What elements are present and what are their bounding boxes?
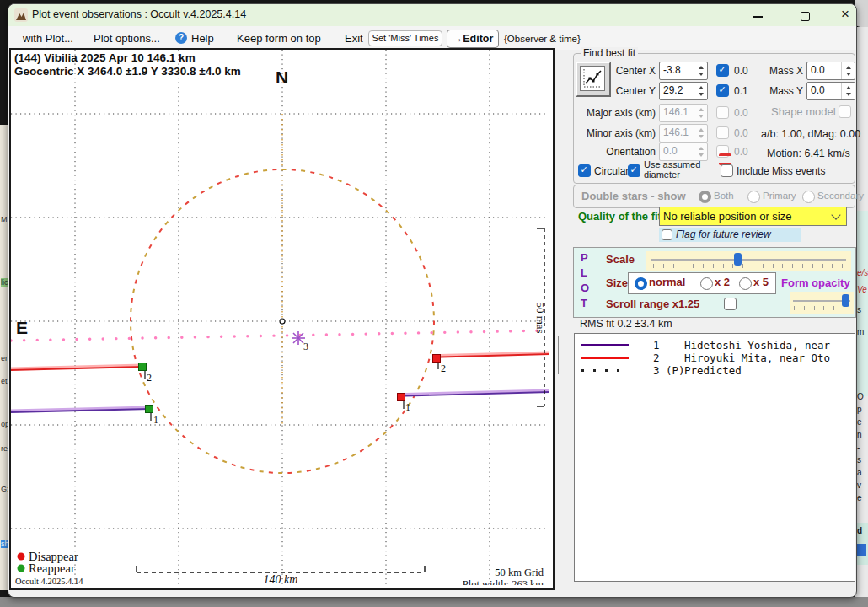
bg-fragment: - xyxy=(857,443,860,452)
observer-list[interactable]: 1 Hidetoshi Yoshida, near 2 Hiroyuki Mit… xyxy=(574,333,855,582)
minor-axis-arrows xyxy=(694,125,707,142)
close-icon[interactable]: × xyxy=(841,6,849,23)
menu-keep-on-top[interactable]: Keep form on top xyxy=(237,32,321,45)
double-stars-group: Double stars - show Both Primary Seconda… xyxy=(573,185,855,208)
menu-with-plot[interactable]: with Plot... xyxy=(23,32,73,45)
assumed-diameter-color-icon xyxy=(719,153,731,165)
menu-bar: with Plot... Plot options... ? Help Keep… xyxy=(8,26,856,50)
title-bar[interactable]: Plot event observations : Occult v.4.202… xyxy=(8,4,856,26)
version-label: Occult 4.2025.4.14 xyxy=(15,577,83,585)
mass-y-spinner[interactable]: 0.0 xyxy=(806,82,855,100)
ab-dmag-label: a/b: 1.00, dMag: 0.00 xyxy=(761,128,860,140)
size-x5-radio[interactable] xyxy=(739,277,752,290)
set-miss-times-button[interactable]: Set 'Miss' Times xyxy=(368,30,442,46)
list-item[interactable]: 2 Hiroyuki Mita, near Oto xyxy=(575,352,855,364)
bg-fragment: e/s xyxy=(857,268,868,277)
window-title: Plot event observations : Occult v.4.202… xyxy=(32,8,246,20)
menu-exit[interactable]: Exit xyxy=(345,32,363,45)
observer-number: 2 xyxy=(653,352,660,364)
use-assumed-label-1: Use assumed xyxy=(644,159,700,169)
mass-x-arrows[interactable] xyxy=(841,62,855,79)
chord2-line-swatch xyxy=(581,357,629,359)
bg-fragment: sh xyxy=(1,540,8,548)
minor-axis-value: 146.1 xyxy=(660,125,694,142)
bg-fragment: O xyxy=(857,392,864,401)
plot-letter-p: P xyxy=(581,251,588,264)
size-x2-radio[interactable] xyxy=(700,277,713,290)
fix-minor-checkbox xyxy=(716,126,729,139)
minimize-icon[interactable] xyxy=(753,16,763,18)
mass-x-value: 0.0 xyxy=(807,62,841,79)
circular-checkbox[interactable] xyxy=(578,164,591,177)
double-secondary-label: Secondary xyxy=(817,191,864,201)
center-y-arrows[interactable] xyxy=(694,83,707,99)
include-miss-checkbox[interactable] xyxy=(721,164,733,177)
major-axis-arrows xyxy=(694,105,707,121)
observer-time-label[interactable]: {Observer & time} xyxy=(504,34,581,44)
quality-value: No reliable position or size xyxy=(660,210,833,223)
orientation-label: Orientation xyxy=(578,146,656,158)
scale-slider[interactable] xyxy=(646,251,851,271)
motion-label: Motion: 6.41 km/s xyxy=(767,148,850,159)
opacity-slider-thumb[interactable] xyxy=(842,294,849,307)
bg-fragment: e xyxy=(857,417,862,427)
opacity-slider[interactable] xyxy=(790,292,854,314)
rms-fit-label: RMS fit 0.2 ±3.4 km xyxy=(580,318,672,330)
list-item[interactable]: 3 (P) Predicted xyxy=(575,364,855,377)
fix-x-value: 0.0 xyxy=(734,65,748,77)
opacity-slider-ticks xyxy=(794,306,849,310)
fix-orientation-value: 0.0 xyxy=(734,146,748,158)
legend-reappear: Reappear xyxy=(29,561,75,575)
predicted-path xyxy=(11,330,549,341)
fix-major-value: 0.0 xyxy=(734,107,748,119)
observer-number: 3 (P) xyxy=(653,364,685,377)
scroll-range-checkbox[interactable] xyxy=(724,298,737,310)
mass-y-arrows[interactable] xyxy=(841,83,855,99)
scale-slider-thumb[interactable] xyxy=(734,253,742,266)
shape-model-label: Shape model xyxy=(771,105,836,118)
bg-fragment: er xyxy=(1,354,8,363)
size-normal-label: normal xyxy=(649,276,685,288)
find-best-fit-legend: Find best fit xyxy=(581,47,638,59)
quality-dropdown[interactable]: No reliable position or size xyxy=(659,207,847,226)
fit-chart-icon xyxy=(580,66,605,91)
center-x-arrows[interactable] xyxy=(694,62,707,79)
menu-help[interactable]: Help xyxy=(191,32,214,45)
double-stars-label: Double stars - show xyxy=(581,190,686,202)
chord-label-1b: 1 xyxy=(405,401,410,413)
flag-review-checkbox[interactable] xyxy=(662,229,672,240)
bg-fragment: M xyxy=(1,215,8,223)
east-label: E xyxy=(16,318,28,337)
background-window-right-sliver: e/s Ve s m O p e n - s a v e d xyxy=(855,27,868,597)
help-icon[interactable]: ? xyxy=(175,32,187,44)
bg-fragment: v xyxy=(857,481,861,490)
maximize-icon[interactable] xyxy=(801,12,810,21)
center-x-label: Center X xyxy=(603,65,656,77)
observer-name: Hiroyuki Mita, near Oto xyxy=(684,352,830,364)
bg-fragment: e xyxy=(857,493,862,502)
size-x2-label: x 2 xyxy=(715,276,730,288)
predicted-dots-swatch xyxy=(581,369,629,372)
plot-controls-panel: P L O T Scale Size normal x 2 x 5 Form o… xyxy=(573,247,856,318)
background-window-left-sliver: M lic er et op re G: sh xyxy=(0,125,8,590)
double-secondary-radio xyxy=(802,191,815,203)
double-both-label: Both xyxy=(714,191,734,201)
plot-letter-o: O xyxy=(581,282,589,294)
fix-x-checkbox[interactable] xyxy=(716,64,729,77)
use-assumed-checkbox[interactable] xyxy=(628,164,640,177)
mass-x-spinner[interactable]: 0.0 xyxy=(806,62,855,80)
panel-divider-handle[interactable] xyxy=(558,336,559,374)
bg-fragment: Ve xyxy=(857,285,867,294)
chord-label-3: 3 xyxy=(303,341,308,352)
center-y-spinner[interactable]: 29.2 xyxy=(659,82,708,100)
occultation-plot-area[interactable]: 3 2 2 1 1 xyxy=(9,48,555,590)
list-item[interactable]: 1 Hidetoshi Yoshida, near xyxy=(575,339,855,352)
size-normal-radio[interactable] xyxy=(635,277,647,290)
center-x-spinner[interactable]: -3.8 xyxy=(659,62,708,80)
flag-review-row: Flag for future review xyxy=(659,228,801,242)
major-axis-value: 146.1 xyxy=(660,105,694,121)
editor-button[interactable]: →Editor xyxy=(447,30,499,48)
use-assumed-label-2: diameter xyxy=(644,169,680,180)
menu-plot-options[interactable]: Plot options... xyxy=(94,32,160,45)
fix-y-checkbox[interactable] xyxy=(716,84,729,97)
